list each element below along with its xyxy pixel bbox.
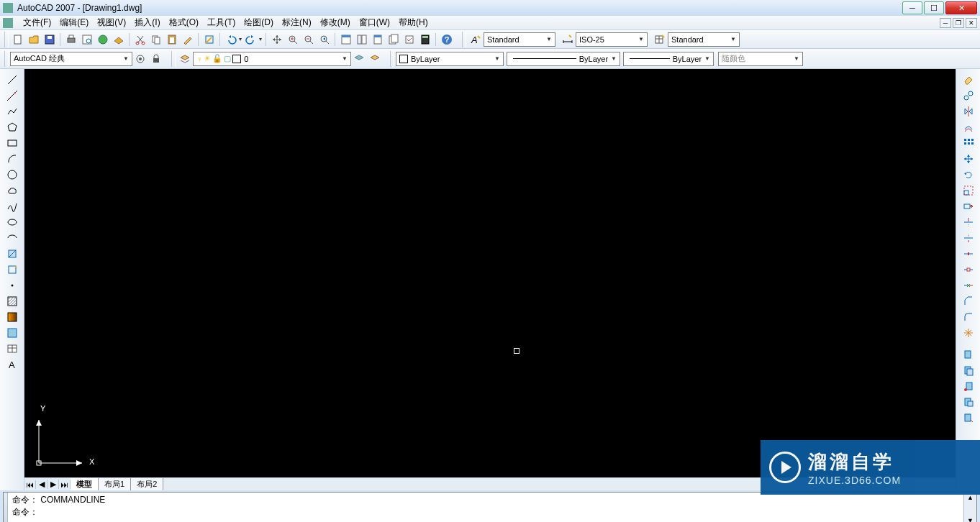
plotstyle-dropdown[interactable]: 随颜色 ▼ xyxy=(718,52,803,66)
tab-layout2[interactable]: 布局2 xyxy=(131,478,163,490)
join-button[interactable] xyxy=(960,278,977,293)
mdi-close-button[interactable]: ✕ xyxy=(966,18,977,28)
chamfer-button[interactable] xyxy=(960,293,977,309)
menu-tools[interactable]: 工具(T) xyxy=(203,16,240,29)
trim-button[interactable] xyxy=(960,214,977,230)
scale-button[interactable] xyxy=(960,183,977,198)
table-style-icon[interactable] xyxy=(652,32,668,47)
block-editor-button[interactable] xyxy=(201,32,217,47)
copy-to-clipboard-button[interactable] xyxy=(960,347,977,362)
make-block-button[interactable] xyxy=(4,262,21,278)
mtext-button[interactable]: A xyxy=(4,357,21,372)
plot-preview-button[interactable] xyxy=(79,32,95,47)
sheet-set-button[interactable] xyxy=(386,32,401,47)
ellipse-button[interactable] xyxy=(4,214,21,230)
redo-dropdown-icon[interactable]: ▾ xyxy=(259,36,263,42)
workspace-settings-button[interactable] xyxy=(132,51,148,67)
scroll-down-icon[interactable]: ▼ xyxy=(967,517,974,522)
help-button[interactable]: ? xyxy=(439,32,455,47)
open-button[interactable] xyxy=(26,32,42,47)
line-button[interactable] xyxy=(4,72,21,88)
dimension-style-icon[interactable] xyxy=(560,32,576,47)
close-button[interactable]: ✕ xyxy=(945,1,977,14)
menu-insert[interactable]: 插入(I) xyxy=(130,16,164,29)
command-prompt[interactable]: 命令： xyxy=(12,506,959,518)
mdi-minimize-button[interactable]: ─ xyxy=(940,18,951,28)
copy-object-button[interactable] xyxy=(960,88,977,104)
pan-button[interactable] xyxy=(269,32,285,47)
match-properties-button[interactable] xyxy=(180,32,196,47)
menu-window[interactable]: 窗口(W) xyxy=(355,16,394,29)
menu-modify[interactable]: 修改(M) xyxy=(316,16,355,29)
command-window[interactable]: 命令： COMMANDLINE 命令： ▲ ▼ xyxy=(3,492,977,522)
menu-edit[interactable]: 编辑(E) xyxy=(55,16,93,29)
menu-draw[interactable]: 绘图(D) xyxy=(240,16,278,29)
paste-as-block-button[interactable] xyxy=(960,394,977,410)
gradient-button[interactable] xyxy=(4,309,21,325)
text-style-dropdown[interactable]: Standard ▼ xyxy=(484,32,555,47)
text-style-icon[interactable]: A xyxy=(468,32,484,47)
undo-button[interactable] xyxy=(223,32,239,47)
arc-button[interactable] xyxy=(4,151,21,167)
mirror-button[interactable] xyxy=(960,104,977,119)
layer-manager-button[interactable] xyxy=(177,51,193,67)
layer-previous-button[interactable] xyxy=(351,51,367,67)
properties-button[interactable] xyxy=(338,32,354,47)
tab-layout1[interactable]: 布局1 xyxy=(99,478,131,490)
table-button[interactable] xyxy=(4,341,21,357)
minimize-button[interactable]: ─ xyxy=(902,1,922,14)
array-button[interactable] xyxy=(960,135,977,151)
paste-from-clipboard-button[interactable] xyxy=(960,362,977,378)
tab-last-button[interactable]: ⏭ xyxy=(59,480,71,489)
tab-model[interactable]: 模型 xyxy=(71,478,99,490)
dimension-style-dropdown[interactable]: ISO-25 ▼ xyxy=(576,32,648,47)
ellipse-arc-button[interactable] xyxy=(4,230,21,246)
region-button[interactable] xyxy=(4,325,21,341)
design-center-button[interactable] xyxy=(354,32,370,47)
revcloud-button[interactable] xyxy=(4,183,21,198)
workspace-dropdown[interactable]: AutoCAD 经典 ▼ xyxy=(10,52,132,66)
new-button[interactable] xyxy=(10,32,26,47)
lineweight-dropdown[interactable]: ByLayer ▼ xyxy=(623,52,714,66)
cut-button[interactable] xyxy=(132,32,148,47)
markup-button[interactable] xyxy=(401,32,417,47)
break-at-point-button[interactable] xyxy=(960,246,977,262)
offset-button[interactable] xyxy=(960,119,977,135)
stretch-button[interactable] xyxy=(960,198,977,214)
circle-button[interactable] xyxy=(4,167,21,183)
drawing-canvas[interactable]: Y X xyxy=(24,69,956,477)
print-button[interactable] xyxy=(63,32,79,47)
menu-file[interactable]: 文件(F) xyxy=(19,16,55,29)
zoom-realtime-button[interactable] xyxy=(285,32,301,47)
workspace-lock-button[interactable] xyxy=(148,51,164,67)
zoom-previous-button[interactable] xyxy=(317,32,332,47)
insert-block-button[interactable] xyxy=(4,246,21,262)
break-button[interactable] xyxy=(960,262,977,278)
hatch-button[interactable] xyxy=(4,293,21,309)
mdi-restore-button[interactable]: ❐ xyxy=(953,18,964,28)
erase-button[interactable] xyxy=(960,72,977,88)
move-button[interactable] xyxy=(960,151,977,167)
table-style-dropdown[interactable]: Standard ▼ xyxy=(668,32,740,47)
3ddwf-button[interactable] xyxy=(111,32,127,47)
publish-button[interactable] xyxy=(95,32,111,47)
command-lines[interactable]: 命令： COMMANDLINE 命令： xyxy=(8,493,963,522)
paste-button[interactable] xyxy=(164,32,180,47)
layer-states-button[interactable] xyxy=(367,51,383,67)
paste-to-orig-coords-button[interactable] xyxy=(960,410,977,426)
linetype-dropdown[interactable]: ByLayer ▼ xyxy=(507,52,620,66)
construction-line-button[interactable] xyxy=(4,88,21,104)
command-scrollbar[interactable]: ▲ ▼ xyxy=(963,493,976,522)
quickcalc-button[interactable] xyxy=(417,32,433,47)
point-button[interactable] xyxy=(4,278,21,293)
polyline-button[interactable] xyxy=(4,104,21,119)
rotate-button[interactable] xyxy=(960,167,977,183)
rectangle-button[interactable] xyxy=(4,135,21,151)
save-button[interactable] xyxy=(42,32,58,47)
menu-format[interactable]: 格式(O) xyxy=(165,16,203,29)
tab-prev-button[interactable]: ◀ xyxy=(36,480,47,489)
color-dropdown[interactable]: ByLayer ▼ xyxy=(396,52,504,66)
zoom-window-button[interactable] xyxy=(301,32,317,47)
spline-button[interactable] xyxy=(4,198,21,214)
copy-button[interactable] xyxy=(148,32,164,47)
